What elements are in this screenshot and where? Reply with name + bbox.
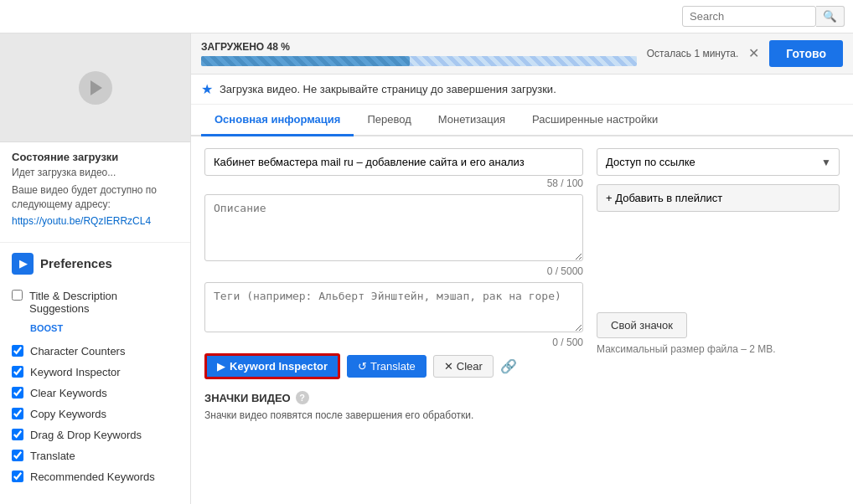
custom-thumbnail-button[interactable]: Свой значок <box>597 312 687 338</box>
boost-label: BOOST <box>30 323 63 333</box>
pref-copy-keywords: Copy Keywords <box>0 404 190 424</box>
clear-icon: ✕ <box>444 360 453 373</box>
form-right: Доступ по ссылке ▼ + Добавить в плейлист… <box>597 148 840 492</box>
thumbnails-section: ЗНАЧКИ ВИДЕО ? Значки видео появятся пос… <box>204 391 583 421</box>
upload-status-note: Ваше видео будет доступно по следующему … <box>12 183 178 212</box>
video-thumbnail <box>0 33 190 142</box>
access-select[interactable]: Доступ по ссылке <box>597 148 840 176</box>
translate-icon: ↺ <box>358 360 367 373</box>
clear-button[interactable]: ✕ Clear <box>433 355 494 378</box>
tags-char-count: 0 / 500 <box>204 337 583 348</box>
time-remaining: Осталась 1 минута. <box>647 48 739 59</box>
thumbnails-title-text: ЗНАЧКИ ВИДЕО <box>204 392 291 404</box>
title-input-group: 58 / 100 <box>204 148 583 189</box>
upload-link[interactable]: https://youtu.be/RQzIERRzCL4 <box>12 215 151 227</box>
tab-monetization[interactable]: Монетизация <box>425 105 519 136</box>
pref-title-desc-item: Title & Description Suggestions BOOST <box>0 283 190 341</box>
progress-bar-fill <box>201 56 410 66</box>
pref-translate: Translate <box>0 445 190 466</box>
keyword-inspector-button[interactable]: ▶ Keyword Inspector <box>204 353 340 379</box>
translate-button[interactable]: ↺ Translate <box>347 355 426 378</box>
tab-basic-info[interactable]: Основная информация <box>201 105 354 136</box>
progress-label: ЗАГРУЖЕНО 48 % <box>201 41 637 53</box>
tab-advanced-settings[interactable]: Расширенные настройки <box>519 105 671 136</box>
ready-button[interactable]: Готово <box>769 40 843 67</box>
close-progress-button[interactable]: ✕ <box>748 47 759 60</box>
upload-notice-text: Загрузка видео. Не закрывайте страницу д… <box>220 83 556 95</box>
pref-character-counters-label: Character Counters <box>30 345 125 357</box>
upload-status-sub: Идет загрузка видео... <box>12 167 178 178</box>
upload-status-title: Состояние загрузки <box>12 151 178 163</box>
pref-keyword-inspector-label: Keyword Inspector <box>30 366 121 378</box>
progress-bar-bg <box>201 56 637 66</box>
keyword-inspector-icon: ▶ <box>217 361 225 373</box>
pref-title-desc-label: Title & Description Suggestions <box>29 290 178 315</box>
search-button[interactable]: 🔍 <box>816 6 845 27</box>
desc-char-count: 0 / 5000 <box>204 265 583 277</box>
pref-drag-drop-keywords: Drag & Drop Keywords <box>0 424 190 445</box>
translate-label: Translate <box>370 360 416 373</box>
pref-clear-keywords-label: Clear Keywords <box>30 387 107 399</box>
progress-bar-wrapper: ЗАГРУЖЕНО 48 % <box>201 41 637 66</box>
main-layout: Состояние загрузки Идет загрузка видео..… <box>0 33 853 504</box>
progress-area: ЗАГРУЖЕНО 48 % Осталась 1 минута. ✕ Гото… <box>191 33 853 75</box>
sidebar: Состояние загрузки Идет загрузка видео..… <box>0 33 191 504</box>
help-icon[interactable]: ? <box>296 391 309 404</box>
tab-translation[interactable]: Перевод <box>354 105 424 136</box>
playlist-button[interactable]: + Добавить в плейлист <box>597 184 840 212</box>
pref-clear-keywords-checkbox[interactable] <box>12 387 23 399</box>
keyword-toolbar: ▶ Keyword Inspector ↺ Translate ✕ Clear … <box>204 353 583 379</box>
pref-clear-keywords: Clear Keywords <box>0 383 190 404</box>
description-input-group: 0 / 5000 <box>204 194 583 277</box>
tags-textarea[interactable] <box>204 282 583 332</box>
preferences-icon <box>12 253 34 275</box>
star-icon: ★ <box>201 81 213 97</box>
access-select-wrapper: Доступ по ссылке ▼ <box>597 148 840 176</box>
pref-recommended-keywords-label: Recommended Keywords <box>30 471 155 483</box>
tabs-bar: Основная информация Перевод Монетизация … <box>191 105 853 136</box>
description-textarea[interactable] <box>204 194 583 261</box>
pref-keyword-inspector-checkbox[interactable] <box>12 366 23 378</box>
form-left: 58 / 100 0 / 5000 0 / 500 ▶ Keyword Ins <box>204 148 583 492</box>
pref-translate-checkbox[interactable] <box>12 450 23 461</box>
pref-translate-label: Translate <box>30 450 75 462</box>
pref-title-desc-checkbox[interactable] <box>12 290 23 301</box>
pref-drag-drop-keywords-label: Drag & Drop Keywords <box>30 429 142 441</box>
tags-input-group: 0 / 500 <box>204 282 583 348</box>
pref-keyword-inspector: Keyword Inspector <box>0 362 190 383</box>
upload-notice: ★ Загрузка видео. Не закрывайте страницу… <box>191 75 853 105</box>
thumbnail-play-icon <box>79 71 112 105</box>
pref-copy-keywords-label: Copy Keywords <box>30 408 106 420</box>
form-area: 58 / 100 0 / 5000 0 / 500 ▶ Keyword Ins <box>191 136 853 504</box>
pref-recommended-keywords-checkbox[interactable] <box>12 471 23 482</box>
pref-character-counters: Character Counters <box>0 341 190 362</box>
keyword-inspector-label: Keyword Inspector <box>230 360 328 373</box>
thumbnail-file-note: Максимальный размер файла – 2 MB. <box>597 343 840 355</box>
custom-thumbnail-area: Свой значок Максимальный размер файла – … <box>597 312 840 355</box>
thumbnails-title: ЗНАЧКИ ВИДЕО ? <box>204 391 583 404</box>
title-char-count: 58 / 100 <box>204 177 583 189</box>
pref-copy-keywords-checkbox[interactable] <box>12 408 23 419</box>
title-input[interactable] <box>204 148 583 176</box>
link-icon-button[interactable]: 🔗 <box>500 358 517 374</box>
preferences-header: Preferences <box>0 243 190 283</box>
thumbnails-note: Значки видео появятся после завершения е… <box>204 409 583 421</box>
clear-label: Clear <box>457 360 483 373</box>
preferences-label: Preferences <box>40 256 112 270</box>
pref-character-counters-checkbox[interactable] <box>12 345 23 357</box>
top-bar: 🔍 <box>0 0 853 33</box>
pref-recommended-keywords: Recommended Keywords <box>0 466 190 487</box>
upload-status: Состояние загрузки Идет загрузка видео..… <box>0 142 190 235</box>
main-content: ЗАГРУЖЕНО 48 % Осталась 1 минута. ✕ Гото… <box>191 33 853 504</box>
search-input[interactable] <box>682 6 816 27</box>
pref-drag-drop-keywords-checkbox[interactable] <box>12 429 23 440</box>
preferences-section: Preferences Title & Description Suggesti… <box>0 242 190 487</box>
